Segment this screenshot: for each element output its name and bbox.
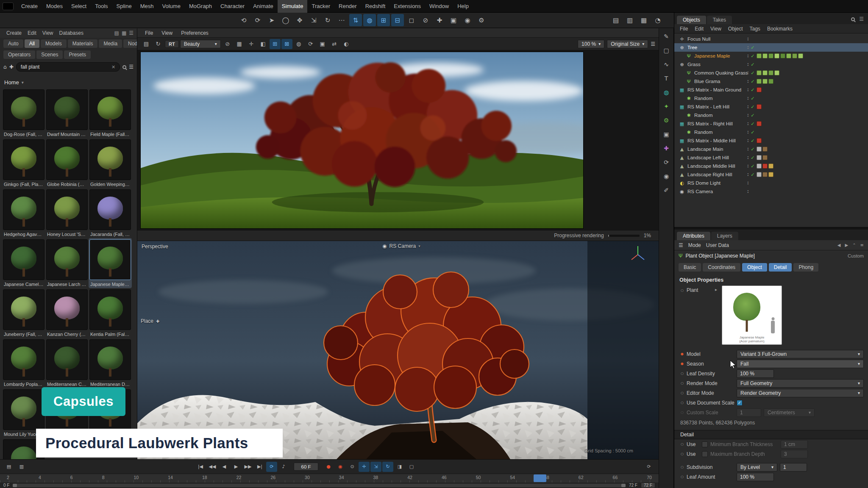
enabled-check-icon[interactable]: ✓ <box>751 79 754 84</box>
custom-scale-field[interactable]: 1 <box>737 408 761 417</box>
render-mode-dropdown[interactable]: Full Geometry ▾ <box>737 379 864 388</box>
record-button[interactable]: ● <box>323 462 334 472</box>
menu-item[interactable]: MoGraph <box>185 0 216 13</box>
toolbar-icon[interactable]: ⇅ <box>349 14 362 26</box>
viewer-icon[interactable]: ▣ <box>317 39 328 49</box>
asset-item[interactable]: Golden Weeping Willo... <box>89 138 132 188</box>
subdivision-level-field[interactable]: 1 <box>780 463 807 471</box>
toolbar-icon[interactable]: ▦ <box>637 14 650 26</box>
perspective-viewport[interactable]: Perspective ◉ RS Camera ▾ Place ✚ Grid S… <box>137 241 659 459</box>
menu-item[interactable]: Simulate <box>278 0 308 13</box>
param-dot-icon[interactable]: ○ <box>680 442 684 446</box>
visibility-dots-icon[interactable]: ∶ <box>747 104 748 110</box>
toolbar-icon[interactable]: ▤ <box>609 14 622 26</box>
menu-item[interactable]: Databases <box>56 30 86 36</box>
object-row[interactable]: ▲ Landscape Right Hill ∶ ✓ <box>674 170 868 179</box>
material-chips[interactable] <box>757 87 762 92</box>
param-dot-icon[interactable]: ○ <box>680 381 684 385</box>
object-row[interactable]: ▲ Landscape Main ∶ ✓ <box>674 145 868 153</box>
max-branch-checkbox[interactable] <box>702 451 708 457</box>
visibility-dots-icon[interactable]: ∶ <box>747 45 748 50</box>
menu-item[interactable]: Window <box>425 0 453 13</box>
object-row[interactable]: ▲ Landscape Middle Hill ∶ ✓ <box>674 162 868 170</box>
enabled-check-icon[interactable]: ✓ <box>751 113 754 118</box>
toolbar-icon[interactable]: ➤ <box>265 14 278 26</box>
asset-item[interactable]: Mediterranean Dwarf ... <box>89 338 132 388</box>
visibility-dots-icon[interactable]: ∶ <box>747 62 748 67</box>
side-tool-icon[interactable]: ⚙ <box>660 115 672 126</box>
enabled-check-icon[interactable]: ✓ <box>751 172 754 177</box>
object-row[interactable]: ⊕ Tree ∶ ✓ <box>674 43 868 52</box>
range-end-label[interactable]: 72 F <box>629 483 637 488</box>
custom-button[interactable]: Custom <box>848 253 864 258</box>
material-chips[interactable] <box>757 79 773 84</box>
panel-tab[interactable]: Takes <box>707 16 732 24</box>
season-dropdown[interactable]: Fall ▾ <box>737 360 864 368</box>
add-icon[interactable]: ✚ <box>9 64 14 70</box>
toolbar-icon[interactable]: ⊞ <box>377 14 390 26</box>
toolbar-icon[interactable]: ◻ <box>405 14 418 26</box>
asset-item[interactable]: Lombardy Poplar (Fall... <box>2 338 45 388</box>
record-button[interactable]: ⇲ <box>370 462 381 472</box>
nav-icon[interactable]: ▶ <box>845 243 849 247</box>
transport-button[interactable]: ◀ <box>219 462 230 472</box>
filter-tab[interactable]: Nodes <box>123 39 137 48</box>
side-tool-icon[interactable]: ✦ <box>660 101 672 112</box>
visibility-dots-icon[interactable]: ∶ <box>747 53 748 59</box>
object-row[interactable]: ✱ Random ∶ ✓ <box>674 128 868 136</box>
object-row[interactable]: ✱ Random ∶ ✓ <box>674 94 868 103</box>
asset-item[interactable]: Jacaranda (Fall, Plant) <box>89 188 132 238</box>
enabled-check-icon[interactable]: ✓ <box>751 155 754 161</box>
search-input[interactable]: fall plant ✕ <box>16 62 120 72</box>
menu-item[interactable]: Select <box>67 0 91 13</box>
filter-tab[interactable]: Presets <box>64 50 91 59</box>
asset-item[interactable]: Kanzan Cherry (Fall, Pl... <box>45 288 89 338</box>
timeline-icon[interactable]: ▥ <box>16 462 27 472</box>
menu-item[interactable]: Mesh <box>136 0 158 13</box>
asset-item[interactable]: Dwarf Mountain Pine (... <box>45 88 89 138</box>
param-dot-icon[interactable]: ○ <box>680 401 684 405</box>
object-row[interactable]: Ψ Common Quaking Grass ∶ ✓ <box>674 69 868 77</box>
material-chips[interactable] <box>757 138 762 143</box>
current-frame-field[interactable]: 60 F <box>294 463 318 471</box>
keyframe-dot-icon[interactable]: ● <box>680 352 684 356</box>
record-button[interactable]: ◉ <box>335 462 346 472</box>
refresh-button[interactable]: ⟳ <box>643 462 654 472</box>
menu-item[interactable]: Edit <box>25 30 39 36</box>
filter-tab[interactable]: All <box>25 39 39 48</box>
viewer-icon[interactable]: ⊠ <box>281 39 292 49</box>
viewer-icon[interactable]: ↻ <box>153 39 164 49</box>
record-button[interactable]: ▢ <box>406 462 417 472</box>
object-row[interactable]: ▲ Landscape Left Hill ∶ ✓ <box>674 153 868 162</box>
viewer-icon[interactable]: ◍ <box>293 39 304 49</box>
enabled-check-icon[interactable]: ✓ <box>751 70 754 76</box>
visibility-dots-icon[interactable]: ∶ <box>747 96 748 101</box>
menu-item[interactable]: Redshift <box>361 0 390 13</box>
toolbar-icon[interactable]: ⚙ <box>475 14 488 26</box>
visibility-dots-icon[interactable]: ∶ <box>747 138 748 144</box>
custom-scale-unit-dropdown[interactable]: Centimeters ▾ <box>764 408 815 417</box>
min-branch-field[interactable]: 1 cm <box>781 440 808 449</box>
object-row[interactable]: ✛ Focus Null ∶ ✓ <box>674 35 868 43</box>
toolbar-icon[interactable]: ⋯ <box>335 14 348 26</box>
enabled-check-icon[interactable]: ✓ <box>751 164 754 169</box>
rt-button[interactable]: RT <box>165 40 179 48</box>
keyframe-dot-icon[interactable]: ● <box>680 362 684 366</box>
side-tool-icon[interactable]: ✎ <box>660 31 672 42</box>
visibility-dots-icon[interactable]: ∶ <box>747 113 748 118</box>
object-row[interactable]: Ψ Japanese Maple ∶ ✓ <box>674 52 868 60</box>
toolbar-icon[interactable]: ⟲ <box>237 14 250 26</box>
enabled-check-icon[interactable]: ✓ <box>751 45 754 50</box>
filter-tab[interactable]: Materials <box>68 39 98 48</box>
visibility-dots-icon[interactable]: ∶ <box>747 172 748 177</box>
enabled-check-icon[interactable]: ✓ <box>751 147 754 152</box>
visibility-dots-icon[interactable]: ∶ <box>747 79 748 84</box>
object-row[interactable]: ⊕ Grass ∶ ✓ <box>674 60 868 69</box>
visibility-dots-icon[interactable]: ∶ <box>747 164 748 169</box>
viewer-icon[interactable]: ⊘ <box>222 39 233 49</box>
current-frame-marker[interactable] <box>534 474 546 482</box>
visibility-dots-icon[interactable]: ∶ <box>747 147 748 152</box>
timeline-ruler[interactable]: 246810141822263034384246505458626670 <box>0 474 659 482</box>
subdivision-dropdown[interactable]: By Level ▾ <box>737 463 777 471</box>
enabled-check-icon[interactable]: ✓ <box>751 62 754 67</box>
